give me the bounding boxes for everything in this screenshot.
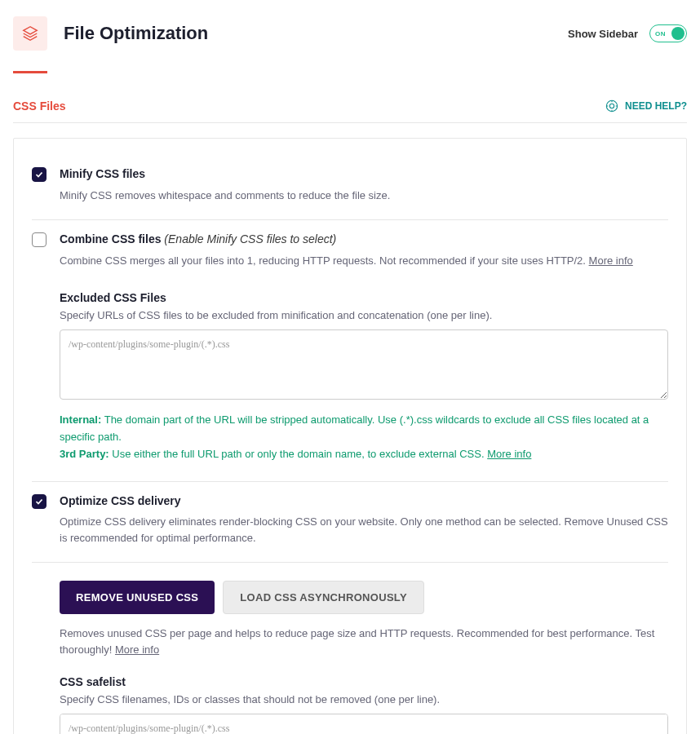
excluded-desc: Specify URLs of CSS files to be excluded… [60, 309, 668, 321]
page-title: File Optimization [64, 23, 208, 44]
excluded-textarea[interactable] [60, 329, 668, 400]
optimize-checkbox[interactable] [32, 494, 47, 509]
safelist-desc: Specify CSS filenames, IDs or classes th… [60, 693, 668, 705]
minify-checkbox[interactable] [32, 167, 47, 182]
option-combine-css: Combine CSS files (Enable Minify CSS fil… [32, 220, 668, 273]
combine-checkbox[interactable] [32, 232, 47, 247]
excluded-css-section: Excluded CSS Files Specify URLs of CSS f… [60, 291, 668, 462]
toggle-state-label: ON [650, 30, 666, 38]
help-icon [605, 99, 618, 113]
help-label: NEED HELP? [625, 100, 687, 112]
option-optimize-css: Optimize CSS delivery Optimize CSS deliv… [32, 482, 668, 563]
minify-title: Minify CSS files [60, 166, 668, 183]
show-sidebar-label: Show Sidebar [568, 28, 638, 40]
optimize-subsection: REMOVE UNUSED CSS LOAD CSS ASYNCHRONOUSL… [60, 581, 668, 734]
page-header: File Optimization Show Sidebar ON [13, 13, 687, 57]
optimize-title: Optimize CSS delivery [60, 493, 668, 510]
combine-title: Combine CSS files (Enable Minify CSS fil… [60, 232, 668, 248]
sidebar-toggle[interactable]: ON [649, 24, 687, 42]
excluded-more-link[interactable]: More info [487, 448, 531, 460]
combine-hint: (Enable Minify CSS files to select) [164, 232, 336, 245]
remove-unused-desc: Removes unused CSS per page and helps to… [60, 626, 668, 657]
combine-desc: Combine CSS merges all your files into 1… [60, 253, 668, 269]
safelist-title: CSS safelist [60, 675, 668, 688]
svg-marker-0 [24, 27, 38, 34]
css-panel: Minify CSS files Minify CSS removes whit… [13, 138, 687, 734]
excluded-title: Excluded CSS Files [60, 291, 668, 304]
help-link[interactable]: NEED HELP? [605, 99, 687, 113]
load-css-async-button[interactable]: LOAD CSS ASYNCHRONOUSLY [223, 581, 424, 614]
layers-icon [13, 16, 47, 51]
option-minify-css: Minify CSS files Minify CSS removes whit… [32, 155, 668, 220]
section-title: CSS Files [13, 99, 66, 113]
safelist-textarea[interactable] [60, 714, 668, 734]
optimize-more-link[interactable]: More info [115, 643, 159, 656]
optimize-desc: Optimize CSS delivery eliminates render-… [60, 514, 668, 546]
remove-unused-css-button[interactable]: REMOVE UNUSED CSS [60, 581, 215, 614]
excluded-note: Internal: The domain part of the URL wil… [60, 412, 668, 462]
section-header: CSS Files NEED HELP? [13, 99, 687, 123]
minify-desc: Minify CSS removes whitespace and commen… [60, 188, 668, 204]
combine-more-link[interactable]: More info [589, 254, 633, 267]
svg-point-2 [609, 104, 614, 108]
